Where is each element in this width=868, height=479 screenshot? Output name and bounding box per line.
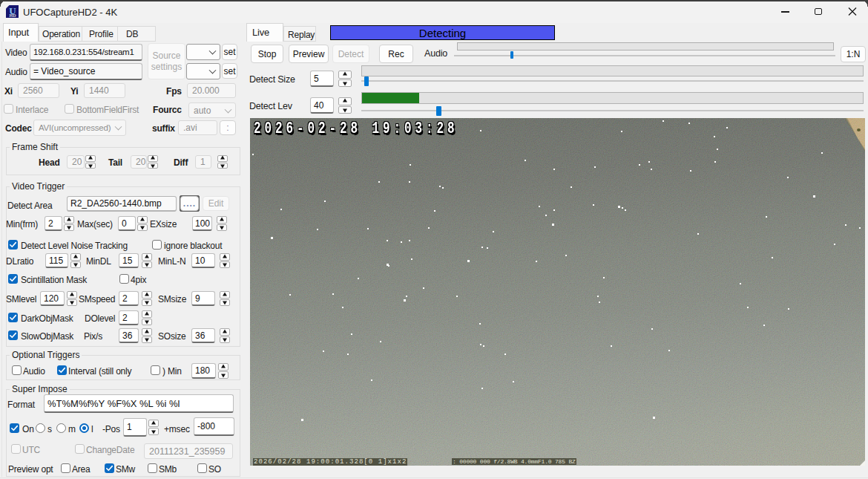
svg-text:HD: HD: [10, 13, 17, 18]
